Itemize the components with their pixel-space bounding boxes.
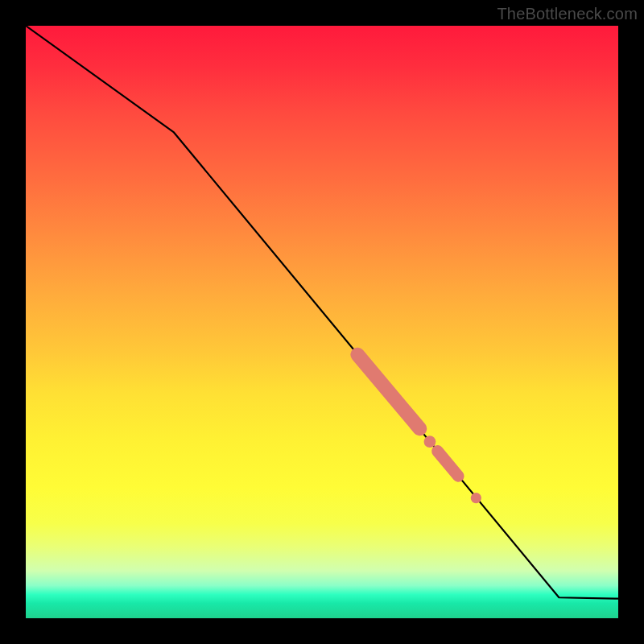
- segment-a: [357, 354, 419, 428]
- chart-frame: TheBottleneck.com: [0, 0, 644, 644]
- gap-dot-a: [424, 436, 436, 448]
- line-series: [26, 26, 618, 599]
- segment-b: [438, 451, 459, 476]
- watermark-text: TheBottleneck.com: [497, 5, 638, 23]
- gap-dot-b: [471, 493, 481, 503]
- chart-svg: [26, 26, 618, 618]
- plot-area: [26, 26, 618, 618]
- main-curve: [26, 26, 618, 599]
